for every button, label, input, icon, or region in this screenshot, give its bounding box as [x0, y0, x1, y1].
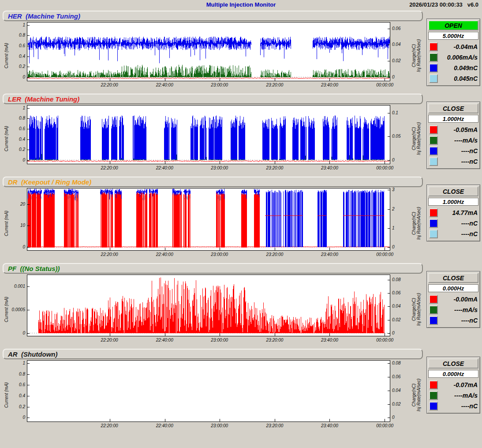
- plot-column: 22:20:0022:40:0023:00:0023:20:0023:40:00…: [27, 22, 390, 89]
- gate-button[interactable]: CLOSE: [428, 103, 478, 113]
- y-tick-label: 0.1: [392, 111, 398, 115]
- frequency-display: 1.000Hz: [428, 115, 478, 123]
- panel-chart-area: HER (Machine Tuning) Current (mA) 00.20.…: [3, 11, 423, 89]
- y-tick-label: 0: [392, 331, 395, 335]
- status-box: CLOSE 1.000Hz -0.05mA ----mA/s ----nC --…: [426, 102, 480, 169]
- y-axis-label-right: Charge(nC)Inj Rate(mA/sec): [410, 105, 423, 172]
- y-tick-label: 0: [392, 245, 395, 249]
- y-tick-label: 0: [392, 415, 395, 420]
- chart-canvas: [27, 188, 390, 250]
- status-box: CLOSE 0.000Hz -0.00mA ----mA/s ----nC: [426, 271, 480, 328]
- y-axis-label-right: Charge(nC)Inj Rate(mA/sec): [410, 360, 423, 430]
- plot-area: [27, 360, 390, 422]
- x-tick-label: 23:40:00: [321, 423, 338, 428]
- x-tick-label: 23:00:00: [211, 338, 228, 343]
- y-tick-label: 0.2: [19, 64, 25, 69]
- plot-column: 22:20:0022:40:0023:00:0023:20:0023:40:00…: [27, 188, 390, 259]
- x-axis-labels: 22:20:0022:40:0023:00:0023:20:0023:40:00…: [27, 336, 390, 344]
- y-tick-label: 0.4: [19, 394, 25, 398]
- y-axis-ticks-right: 00.020.040.060.08: [390, 275, 410, 336]
- y-axis-label-right-line: Inj Rate(mA/sec): [416, 379, 421, 411]
- x-tick-label: 22:20:00: [101, 338, 118, 343]
- plot-column: 22:20:0022:40:0023:00:0023:20:0023:40:00…: [27, 360, 390, 430]
- legend-value: ----nC: [438, 403, 478, 410]
- y-axis-label-left-text: Current (mA): [4, 211, 8, 236]
- y-tick-label: 0: [22, 245, 25, 249]
- legend-row: ----nC: [428, 218, 478, 229]
- x-axis-labels: 22:20:0022:40:0023:00:0023:20:0023:40:00…: [27, 422, 390, 430]
- y-axis-label-left: Current (mA): [3, 105, 9, 172]
- gate-button[interactable]: CLOSE: [428, 186, 478, 196]
- status-box: CLOSE 0.000Hz -0.07mA ----mA/s ----nC: [426, 357, 480, 414]
- gate-button[interactable]: OPEN: [428, 20, 478, 30]
- plot-column: 22:20:0022:40:0023:00:0023:20:0023:40:00…: [27, 105, 390, 172]
- y-tick-label: 10: [20, 223, 25, 228]
- panel-LER: LER (Machine Tuning) Current (mA) 00.20.…: [3, 94, 480, 172]
- y-tick-label: 0.08: [392, 361, 400, 365]
- chart-canvas: [27, 105, 390, 164]
- y-axis-label-right-text: Charge(nC)Inj Rate(mA/sec): [411, 122, 421, 155]
- legend-color-swatch: [429, 157, 438, 166]
- y-tick-label: 0.06: [392, 291, 400, 295]
- legend: -0.04mA 0.006mA/s 0.049nC 0.045nC: [428, 41, 478, 84]
- y-tick-label: 0.06: [392, 375, 400, 379]
- panel-title: LER (Machine Tuning): [8, 95, 79, 103]
- x-tick-label: 00:00:00: [376, 423, 393, 428]
- plot-area: [27, 105, 390, 164]
- legend-value: -0.00mA: [438, 296, 478, 303]
- y-axis-ticks-right: 0123: [390, 188, 410, 251]
- y-tick-label: 2: [392, 207, 395, 211]
- y-tick-label: 0: [392, 158, 395, 162]
- y-axis-ticks-left: 01020: [9, 188, 27, 251]
- panel-DR: DR (Keepout / Ring Mode) Current (mA) 01…: [3, 177, 480, 259]
- y-axis-label-left-text: Current (mA): [4, 297, 8, 322]
- legend: -0.05mA ----mA/s ----nC ----nC: [428, 124, 478, 167]
- plot-area: [27, 188, 390, 251]
- legend-row: ----nC: [428, 229, 478, 239]
- y-axis-label-right-line: Charge(nC): [411, 122, 416, 155]
- legend-value: ----nC: [438, 317, 478, 324]
- y-tick-label: 0.6: [19, 127, 25, 131]
- x-tick-label: 22:40:00: [156, 166, 173, 170]
- y-axis-label-right-line: Charge(nC): [411, 39, 416, 72]
- panel-chart-area: PF ((No Status)) Current (mA) 00.00050.0…: [3, 263, 423, 344]
- legend-row: -0.04mA: [428, 41, 478, 52]
- panel-title-bar: AR (Shutdown): [3, 349, 423, 359]
- y-axis-label-left: Current (mA): [3, 275, 9, 344]
- y-axis-label-right-line: Inj Rate(mA/sec): [416, 122, 421, 155]
- x-tick-label: 22:20:00: [101, 166, 118, 170]
- legend-row: ----nC: [428, 146, 478, 156]
- y-axis-label-right-line: Inj Rate(mA/sec): [416, 207, 421, 240]
- x-axis-labels: 22:20:0022:40:0023:00:0023:20:0023:40:00…: [27, 164, 390, 172]
- y-tick-label: 0.6: [19, 383, 25, 387]
- x-tick-label: 00:00:00: [376, 338, 393, 343]
- legend-color-swatch: [429, 295, 438, 304]
- y-tick-label: 0.2: [19, 147, 25, 152]
- legend-color-swatch: [429, 74, 438, 83]
- plot-column: 22:20:0022:40:0023:00:0023:20:0023:40:00…: [27, 275, 390, 344]
- x-tick-label: 00:00:00: [376, 166, 393, 170]
- y-tick-label: 0: [22, 158, 25, 162]
- legend-value: 0.045nC: [438, 75, 478, 82]
- legend-color-swatch: [429, 316, 438, 325]
- legend-row: ----mA/s: [428, 305, 478, 315]
- gate-button[interactable]: CLOSE: [428, 273, 478, 283]
- panel-chart-area: DR (Keepout / Ring Mode) Current (mA) 01…: [3, 177, 423, 259]
- gate-button[interactable]: CLOSE: [428, 358, 478, 369]
- panel-title: HER (Machine Tuning): [8, 12, 80, 20]
- y-axis-ticks-left: 00.20.40.60.81: [9, 22, 27, 81]
- legend-row: ----nC: [428, 156, 478, 167]
- frequency-display: 1.000Hz: [428, 198, 478, 206]
- y-tick-label: 0: [22, 415, 25, 420]
- chart-row: Current (mA) 00.00050.001 22:20:0022:40:…: [3, 275, 423, 344]
- y-tick-label: 0.2: [19, 405, 25, 409]
- legend-row: 0.006mA/s: [428, 52, 478, 63]
- x-tick-label: 23:40:00: [321, 166, 338, 170]
- panel-title: AR (Shutdown): [8, 350, 57, 358]
- x-tick-label: 23:20:00: [266, 423, 283, 428]
- y-axis-label-left-text: Current (mA): [4, 382, 8, 408]
- y-tick-label: 0.02: [392, 402, 400, 407]
- legend-row: -0.07mA: [428, 380, 478, 390]
- legend-value: ----mA/s: [438, 137, 478, 144]
- x-tick-label: 22:20:00: [101, 252, 118, 257]
